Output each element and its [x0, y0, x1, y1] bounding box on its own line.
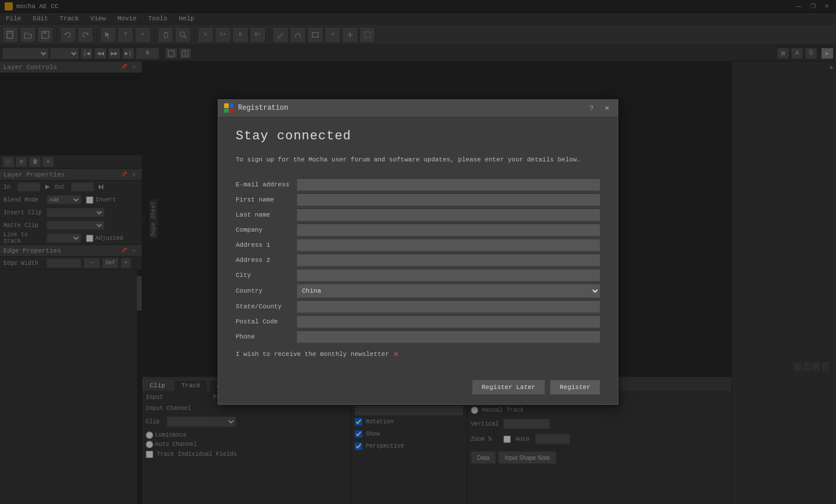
email-input[interactable] [297, 178, 600, 191]
register-button[interactable]: Register [550, 380, 600, 395]
state-row: State/County [236, 300, 600, 313]
city-label: City [236, 272, 297, 279]
email-row: E-mail address [236, 178, 600, 191]
address2-input[interactable] [297, 254, 600, 267]
icon-cell-3 [224, 109, 229, 113]
newsletter-check-icon[interactable]: ✕ [394, 349, 398, 359]
country-row: Country China [236, 284, 600, 298]
dialog-title-left: Registration [224, 103, 288, 113]
lastname-label: Last name [236, 211, 297, 218]
icon-cell-2 [229, 103, 234, 108]
lastname-input[interactable] [297, 208, 600, 221]
address2-label: Address 2 [236, 257, 297, 264]
postal-input[interactable] [297, 315, 600, 328]
city-input[interactable] [297, 269, 600, 282]
register-later-button[interactable]: Register Later [472, 380, 545, 395]
state-label: State/County [236, 303, 297, 310]
phone-row: Phone [236, 330, 600, 343]
icon-cell-4 [229, 109, 234, 113]
firstname-row: First name [236, 193, 600, 206]
dialog-body: Stay connected To sign up for the Mocha … [218, 117, 618, 375]
address2-row: Address 2 [236, 254, 600, 267]
email-label: E-mail address [236, 181, 297, 188]
dialog-icon [224, 103, 233, 113]
city-row: City [236, 269, 600, 282]
postal-label: Postal Code [236, 318, 297, 325]
dialog-close-button[interactable]: ✕ [601, 103, 612, 113]
address1-row: Address 1 [236, 239, 600, 251]
address1-label: Address 1 [236, 242, 297, 249]
company-label: Company [236, 226, 297, 233]
dialog-title-text: Registration [238, 104, 288, 112]
company-input[interactable] [297, 224, 600, 236]
address1-input[interactable] [297, 239, 600, 251]
modal-overlay: Registration ? ✕ Stay connected To sign … [0, 0, 836, 504]
dialog-heading: Stay connected [236, 129, 600, 143]
icon-cell-1 [224, 103, 229, 108]
newsletter-label: I wish to receive the monthly newsletter [236, 351, 389, 358]
dialog-help-button[interactable]: ? [586, 103, 597, 113]
state-input[interactable] [297, 300, 600, 313]
country-label: Country [236, 287, 297, 294]
firstname-label: First name [236, 196, 297, 203]
country-select[interactable]: China [297, 284, 600, 298]
lastname-row: Last name [236, 208, 600, 221]
postal-row: Postal Code [236, 315, 600, 328]
registration-dialog: Registration ? ✕ Stay connected To sign … [218, 99, 618, 405]
dialog-description: To sign up for the Mocha user forum and … [236, 155, 600, 165]
dialog-footer: Register Later Register [218, 374, 618, 404]
dialog-title-right: ? ✕ [586, 103, 612, 113]
company-row: Company [236, 224, 600, 236]
phone-input[interactable] [297, 330, 600, 343]
phone-label: Phone [236, 333, 297, 340]
newsletter-row: I wish to receive the monthly newsletter… [236, 349, 600, 359]
dialog-title-bar: Registration ? ✕ [218, 100, 618, 117]
firstname-input[interactable] [297, 193, 600, 206]
